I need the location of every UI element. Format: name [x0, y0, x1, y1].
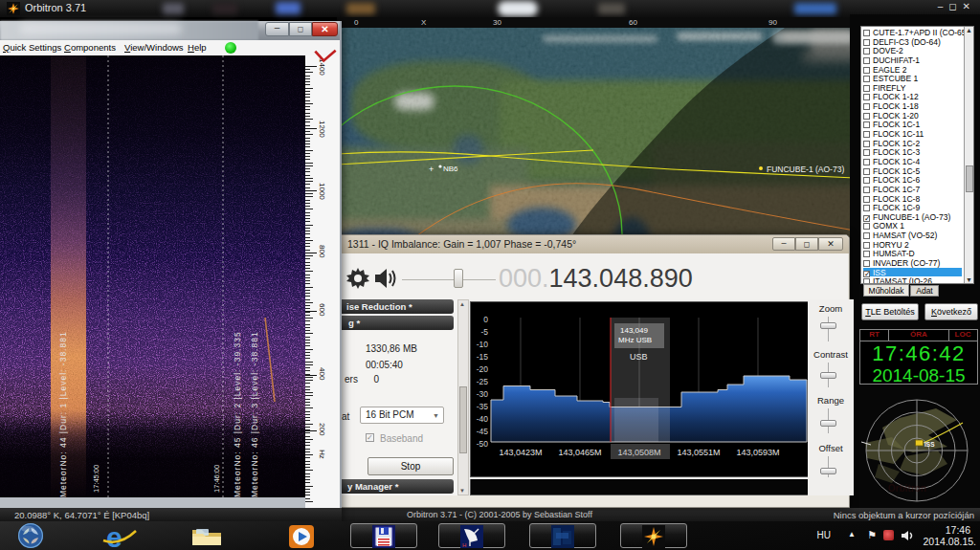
svg-text:143,0423M: 143,0423M	[499, 448, 542, 457]
svg-text:-35: -35	[477, 402, 489, 411]
svg-text:-45: -45	[477, 427, 489, 436]
svg-text:H: H	[462, 542, 466, 548]
svg-text:-20: -20	[477, 364, 489, 374]
svg-text:FUNCUBE-1 (AO-73): FUNCUBE-1 (AO-73)	[767, 165, 844, 174]
svg-text:143,0593M: 143,0593M	[736, 448, 779, 457]
svg-text:NB6: NB6	[443, 165, 458, 173]
svg-text:-5: -5	[480, 327, 488, 337]
svg-text:Orbitron: Orbitron	[888, 483, 926, 494]
svg-text:USB: USB	[630, 352, 648, 362]
svg-text:-15: -15	[477, 352, 489, 362]
svg-text:MHz USB: MHz USB	[618, 336, 652, 344]
svg-text:-40: -40	[477, 414, 489, 424]
svg-text:-10: -10	[477, 340, 489, 349]
svg-text:e: e	[106, 524, 122, 549]
svg-text:+: +	[429, 165, 434, 174]
svg-text:0: 0	[483, 315, 488, 324]
svg-text:143,0465M: 143,0465M	[558, 448, 601, 457]
svg-text:143,0551M: 143,0551M	[677, 448, 720, 457]
svg-text:-30: -30	[477, 389, 489, 399]
svg-text:-25: -25	[477, 377, 489, 386]
svg-text:-50: -50	[477, 439, 489, 449]
svg-text:ISS: ISS	[924, 441, 935, 448]
svg-text:143,049: 143,049	[620, 326, 648, 335]
